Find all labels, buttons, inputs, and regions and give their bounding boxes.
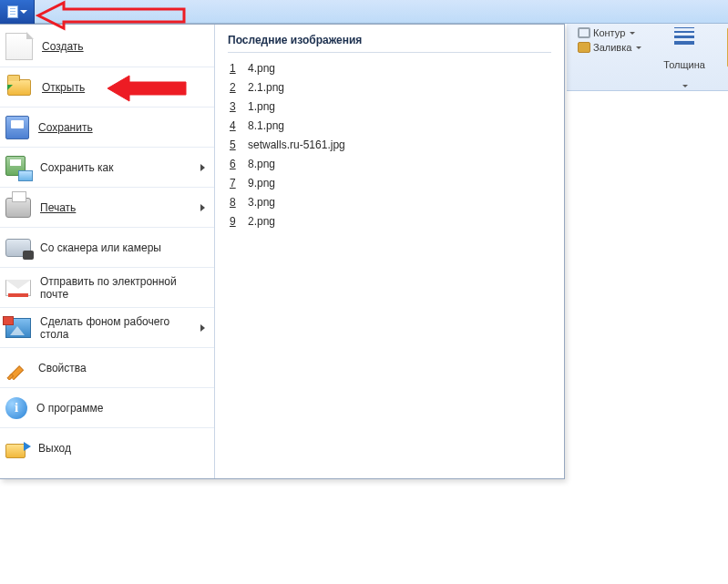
recent-item[interactable]: 92.png bbox=[228, 211, 551, 231]
props-icon bbox=[5, 356, 29, 380]
recent-index: 6 bbox=[230, 158, 239, 170]
save-icon bbox=[5, 116, 29, 139]
open-icon bbox=[5, 74, 33, 101]
menu-item-about[interactable]: iО программе bbox=[0, 387, 214, 427]
fill-button[interactable]: Заливка bbox=[578, 42, 641, 53]
exit-icon bbox=[5, 438, 29, 458]
menu-item-label: Сохранить bbox=[38, 121, 93, 134]
print-icon bbox=[5, 198, 31, 218]
recent-header: Последние изображения bbox=[228, 34, 551, 53]
recent-item[interactable]: 79.png bbox=[228, 173, 551, 192]
recent-filename: 8.1.png bbox=[248, 119, 284, 132]
recent-item[interactable]: 5setwalls.ru-5161.jpg bbox=[228, 135, 551, 154]
menu-item-label: Сделать фоном рабочего стола bbox=[40, 315, 182, 341]
recent-filename: 2.png bbox=[248, 215, 275, 228]
recent-index: 3 bbox=[230, 100, 239, 113]
recent-filename: setwalls.ru-5161.jpg bbox=[248, 138, 345, 151]
email-icon bbox=[5, 280, 31, 296]
recent-index: 4 bbox=[230, 119, 239, 132]
thickness-label: Толщина bbox=[663, 59, 705, 70]
new-icon bbox=[5, 33, 33, 60]
color-button[interactable]: Цв bbox=[722, 27, 728, 87]
fill-icon bbox=[578, 42, 590, 53]
menu-item-label: Со сканера или камеры bbox=[40, 241, 161, 254]
menu-item-label: Создать bbox=[42, 40, 84, 53]
chevron-down-icon bbox=[630, 32, 635, 35]
outline-icon bbox=[578, 27, 590, 38]
menu-item-props[interactable]: Свойства bbox=[0, 347, 214, 387]
title-bar bbox=[0, 0, 728, 24]
file-dropdown: СоздатьОткрытьСохранитьСохранить какПеча… bbox=[0, 24, 565, 479]
menu-item-label: Отправить по электронной почте bbox=[40, 275, 196, 301]
recent-item[interactable]: 22.1.png bbox=[228, 77, 551, 97]
chevron-down-icon bbox=[636, 46, 641, 49]
menu-item-wall[interactable]: Сделать фоном рабочего стола bbox=[0, 307, 214, 347]
ribbon: Контур Заливка Толщина Цв bbox=[567, 24, 728, 91]
outline-button[interactable]: Контур bbox=[578, 27, 635, 38]
menu-item-label: Свойства bbox=[38, 362, 87, 374]
menu-item-open[interactable]: Открыть bbox=[0, 67, 214, 107]
menu-item-print[interactable]: Печать bbox=[0, 187, 214, 227]
thickness-button[interactable]: Толщина bbox=[658, 27, 711, 87]
fill-label: Заливка bbox=[593, 42, 631, 53]
recent-item[interactable]: 31.png bbox=[228, 97, 551, 116]
menu-item-label: О программе bbox=[36, 402, 103, 415]
recent-index: 2 bbox=[230, 81, 239, 94]
recent-index: 7 bbox=[230, 177, 239, 190]
menu-item-label: Открыть bbox=[42, 81, 85, 94]
menu-item-exit[interactable]: Выход bbox=[0, 427, 214, 467]
recent-list: 14.png22.1.png31.png48.1.png5setwalls.ru… bbox=[228, 58, 551, 231]
recent-index: 5 bbox=[230, 138, 239, 151]
menu-item-email[interactable]: Отправить по электронной почте bbox=[0, 267, 214, 307]
about-icon: i bbox=[5, 397, 27, 419]
document-icon bbox=[7, 5, 18, 18]
chevron-right-icon bbox=[200, 324, 205, 332]
wall-icon bbox=[5, 318, 31, 338]
recent-index: 8 bbox=[230, 196, 239, 209]
chevron-down-icon bbox=[682, 85, 688, 87]
menu-item-saveas[interactable]: Сохранить как bbox=[0, 147, 214, 187]
chevron-right-icon bbox=[200, 164, 205, 171]
recent-index: 9 bbox=[230, 215, 239, 228]
chevron-right-icon bbox=[200, 204, 205, 211]
menu-item-save[interactable]: Сохранить bbox=[0, 107, 214, 147]
recent-item[interactable]: 14.png bbox=[228, 58, 551, 77]
recent-filename: 3.png bbox=[248, 196, 275, 209]
recent-item[interactable]: 83.png bbox=[228, 192, 551, 211]
ribbon-shape-group: Контур Заливка bbox=[572, 27, 647, 87]
menu-item-label: Печать bbox=[40, 201, 76, 214]
menu-item-scan[interactable]: Со сканера или камеры bbox=[0, 227, 214, 267]
file-menu-button[interactable] bbox=[0, 0, 35, 24]
saveas-icon bbox=[5, 156, 31, 179]
menu-item-new[interactable]: Создать bbox=[0, 26, 214, 67]
recent-filename: 8.png bbox=[248, 158, 275, 170]
menu-item-label: Выход bbox=[38, 442, 71, 455]
thickness-icon bbox=[674, 27, 694, 45]
recent-panel: Последние изображения 14.png22.1.png31.p… bbox=[215, 25, 564, 478]
file-menu-list: СоздатьОткрытьСохранитьСохранить какПеча… bbox=[0, 25, 215, 478]
recent-item[interactable]: 68.png bbox=[228, 154, 551, 173]
scan-icon bbox=[5, 239, 31, 257]
menu-item-label: Сохранить как bbox=[40, 161, 113, 174]
recent-item[interactable]: 48.1.png bbox=[228, 116, 551, 135]
recent-filename: 4.png bbox=[248, 62, 275, 75]
recent-filename: 1.png bbox=[248, 100, 275, 113]
recent-filename: 9.png bbox=[248, 177, 275, 190]
chevron-down-icon bbox=[20, 10, 27, 14]
recent-index: 1 bbox=[230, 62, 239, 75]
outline-label: Контур bbox=[593, 27, 625, 38]
recent-filename: 2.1.png bbox=[248, 81, 284, 94]
